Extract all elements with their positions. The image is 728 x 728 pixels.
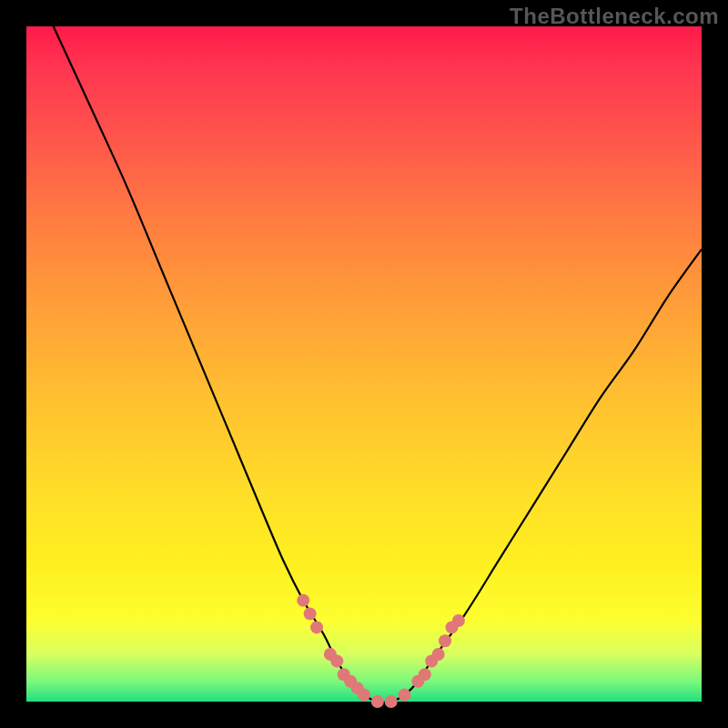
attribution-text: TheBottleneck.com bbox=[510, 4, 719, 29]
highlight-dot bbox=[399, 689, 411, 702]
highlight-dot bbox=[385, 695, 398, 708]
highlight-dot bbox=[304, 608, 317, 621]
bottleneck-chart bbox=[26, 26, 702, 702]
highlight-dots bbox=[297, 594, 465, 708]
highlight-dot bbox=[452, 614, 465, 627]
bottleneck-curve bbox=[54, 26, 702, 703]
highlight-dot bbox=[330, 654, 343, 667]
highlight-dot bbox=[310, 621, 323, 633]
highlight-dot bbox=[432, 648, 445, 661]
highlight-dot bbox=[439, 634, 451, 647]
highlight-dot bbox=[358, 689, 370, 702]
highlight-dot bbox=[419, 668, 431, 681]
highlight-dot bbox=[371, 695, 384, 708]
highlight-dot bbox=[297, 594, 309, 607]
